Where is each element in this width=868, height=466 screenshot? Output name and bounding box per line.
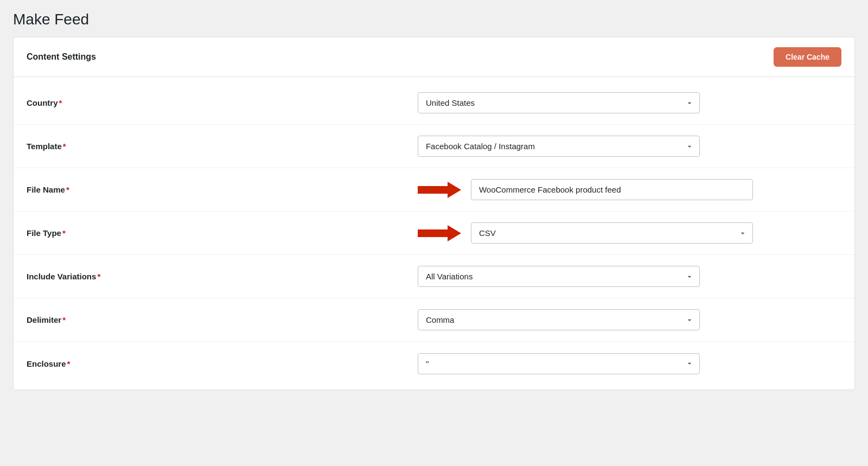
arrow-icon [418,225,461,241]
form-row-include_variations: Include Variations*All VariationsNo Vari… [14,255,854,298]
label-include_variations: Include Variations* [27,272,418,281]
label-enclosure: Enclosure* [27,359,418,368]
label-file_type: File Type* [27,228,418,238]
required-star: * [59,98,62,107]
page-title: Make Feed [0,0,868,37]
select-delimiter[interactable]: CommaTabSemicolonPipe [418,309,700,330]
card-header: Content Settings Clear Cache [14,37,854,77]
required-star: * [97,272,100,281]
form-body: Country*United StatesUnited KingdomCanad… [14,77,854,390]
content-settings-card: Content Settings Clear Cache Country*Uni… [13,37,855,390]
form-row-country: Country*United StatesUnited KingdomCanad… [14,81,854,125]
label-file_name: File Name* [27,185,418,194]
arrow-icon [418,182,461,198]
input-file_name[interactable] [471,179,753,200]
control-wrap-file_type: CSVXMLTSV [418,222,841,244]
form-row-file_type: File Type* CSVXMLTSV [14,212,854,255]
svg-marker-1 [418,225,461,241]
required-star: * [67,359,71,368]
control-wrap-enclosure: "'None [418,353,841,374]
label-template: Template* [27,142,418,151]
select-file_type[interactable]: CSVXMLTSV [471,222,753,244]
select-include_variations[interactable]: All VariationsNo VariationsParent Only [418,266,700,287]
svg-marker-0 [418,182,461,198]
form-row-template: Template*Facebook Catalog / InstagramGoo… [14,125,854,168]
card-header-title: Content Settings [27,52,96,62]
required-star: * [66,185,69,194]
required-star: * [62,228,66,238]
control-wrap-country: United StatesUnited KingdomCanadaAustral… [418,92,841,113]
control-wrap-template: Facebook Catalog / InstagramGoogle Shopp… [418,136,841,157]
clear-cache-button[interactable]: Clear Cache [774,47,841,67]
select-enclosure[interactable]: "'None [418,353,700,374]
select-country[interactable]: United StatesUnited KingdomCanadaAustral… [418,92,700,113]
form-row-enclosure: Enclosure*"'None [14,342,854,385]
form-row-file_name: File Name* [14,168,854,212]
control-wrap-file_name [418,179,841,200]
label-delimiter: Delimiter* [27,315,418,324]
form-row-delimiter: Delimiter*CommaTabSemicolonPipe [14,298,854,342]
control-wrap-include_variations: All VariationsNo VariationsParent Only [418,266,841,287]
select-template[interactable]: Facebook Catalog / InstagramGoogle Shopp… [418,136,700,157]
control-wrap-delimiter: CommaTabSemicolonPipe [418,309,841,330]
required-star: * [63,142,66,151]
required-star: * [62,315,66,324]
label-country: Country* [27,98,418,107]
